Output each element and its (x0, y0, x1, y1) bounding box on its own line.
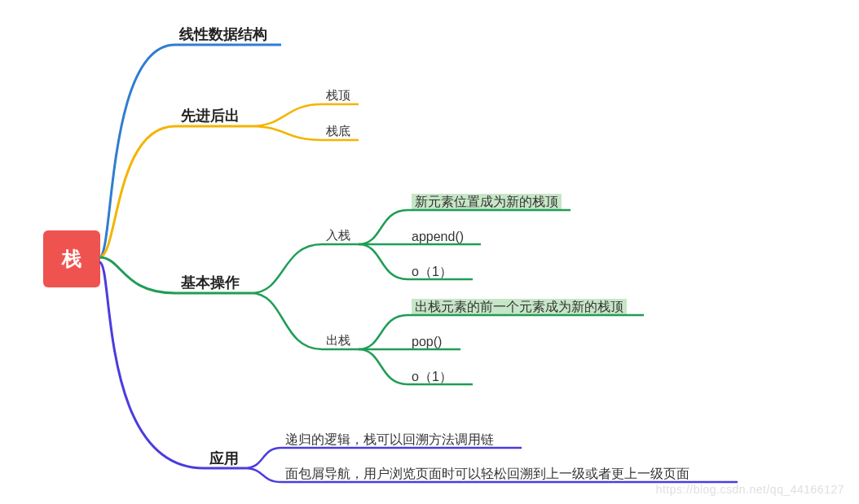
branch-filo[interactable]: 先进后出 (181, 106, 240, 125)
branch-app[interactable]: 应用 (209, 449, 239, 468)
ops-pop-fn[interactable]: pop() (412, 335, 442, 349)
ops-push-label[interactable]: 入栈 (326, 228, 350, 243)
app-recursion[interactable]: 递归的逻辑，栈可以回溯方法调用链 (285, 432, 494, 449)
root-node[interactable]: 栈 (43, 230, 100, 287)
mindmap-connectors (0, 0, 859, 504)
filo-top[interactable]: 栈顶 (326, 88, 350, 103)
ops-push-big-o[interactable]: o（1） (412, 264, 452, 281)
ops-push-fn[interactable]: append() (412, 230, 464, 244)
root-label: 栈 (62, 246, 81, 272)
ops-pop-label[interactable]: 出栈 (326, 333, 350, 348)
ops-pop-big-o[interactable]: o（1） (412, 369, 452, 386)
branch-linear[interactable]: 线性数据结构 (179, 24, 267, 44)
branch-basic-ops[interactable]: 基本操作 (181, 273, 240, 292)
filo-bottom[interactable]: 栈底 (326, 124, 350, 139)
watermark: https://blog.csdn.net/qq_44166127 (656, 483, 844, 496)
app-breadcrumb[interactable]: 面包屑导航，用户浏览页面时可以轻松回溯到上一级或者更上一级页面 (285, 466, 689, 483)
ops-pop-desc[interactable]: 出栈元素的前一个元素成为新的栈顶 (412, 299, 627, 316)
ops-push-desc[interactable]: 新元素位置成为新的栈顶 (412, 194, 562, 211)
